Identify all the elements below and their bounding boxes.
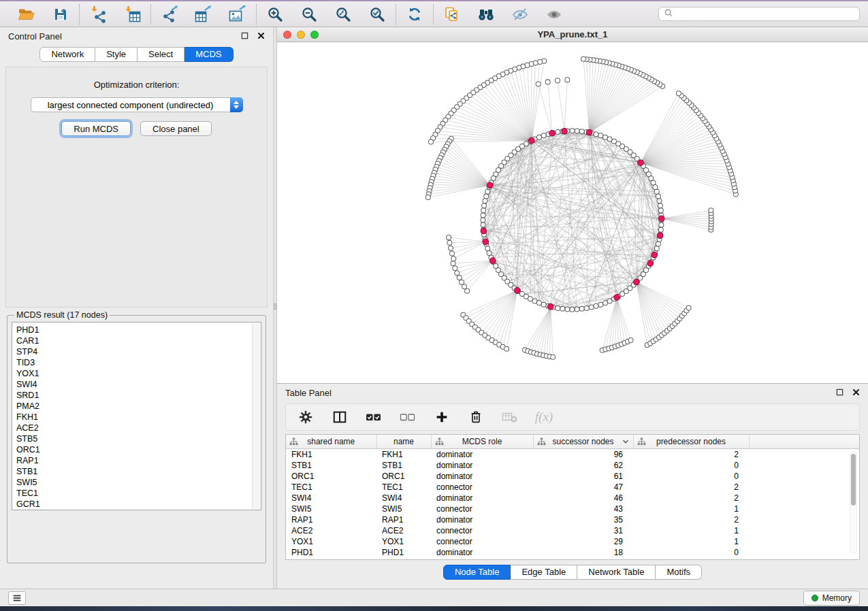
table-row[interactable]: TEC1TEC1connector472 xyxy=(286,482,859,493)
close-window-icon[interactable] xyxy=(283,31,291,39)
memory-button[interactable]: Memory xyxy=(803,591,860,606)
table-row[interactable]: FKH1FKH1dominator962 xyxy=(286,449,859,460)
function-builder-icon[interactable]: f(x) xyxy=(535,408,553,426)
network-graph[interactable] xyxy=(277,42,868,383)
cell-shared-name[interactable]: RAP1 xyxy=(286,514,376,525)
table-tab-motifs[interactable]: Motifs xyxy=(656,565,702,580)
mcds-result-item[interactable]: GCR1 xyxy=(12,499,261,510)
cell-name[interactable]: PHD1 xyxy=(376,547,431,558)
cell-mcds-role[interactable]: connector xyxy=(431,482,533,493)
cell-mcds-role[interactable]: dominator xyxy=(431,547,533,558)
new-network-from-selection-icon[interactable] xyxy=(442,5,462,24)
task-history-button[interactable] xyxy=(8,591,26,605)
cell-name[interactable]: ORC1 xyxy=(376,471,431,482)
import-table-icon[interactable] xyxy=(122,5,142,24)
table-row[interactable]: SWI4SWI4dominator462 xyxy=(286,493,859,503)
cell-successor-nodes[interactable]: 43 xyxy=(533,503,633,514)
tab-select[interactable]: Select xyxy=(138,47,184,62)
cell-predecessor-nodes[interactable]: 0 xyxy=(633,460,749,471)
cell-successor-nodes[interactable]: 29 xyxy=(533,536,633,547)
cell-name[interactable]: FKH1 xyxy=(376,449,431,460)
mcds-result-item[interactable]: SWI5 xyxy=(12,477,261,488)
float-panel-icon[interactable] xyxy=(241,31,248,42)
cell-predecessor-nodes[interactable]: 0 xyxy=(633,471,749,482)
cell-successor-nodes[interactable]: 96 xyxy=(533,449,633,460)
mcds-result-item[interactable]: CAR1 xyxy=(12,335,261,346)
cell-shared-name[interactable]: YOX1 xyxy=(286,536,376,547)
import-network-icon[interactable] xyxy=(88,5,108,24)
mcds-result-item[interactable]: ACE2 xyxy=(12,423,261,433)
minimize-window-icon[interactable] xyxy=(297,31,305,39)
cell-predecessor-nodes[interactable]: 1 xyxy=(633,525,749,536)
cell-mcds-role[interactable]: dominator xyxy=(431,493,533,503)
delete-column-icon[interactable] xyxy=(467,408,485,426)
search-field[interactable] xyxy=(658,7,860,21)
close-panel-icon[interactable] xyxy=(852,388,860,398)
table-row[interactable]: ACE2ACE2connector311 xyxy=(286,525,859,536)
mcds-result-item[interactable]: STP4 xyxy=(12,346,261,357)
cell-shared-name[interactable]: FKH1 xyxy=(286,449,376,460)
column-header-mcds-role[interactable]: MCDS role xyxy=(431,435,533,449)
export-table-icon[interactable] xyxy=(193,5,214,24)
cell-mcds-role[interactable]: dominator xyxy=(431,449,533,460)
open-file-icon[interactable] xyxy=(16,5,37,24)
run-mcds-button[interactable]: Run MCDS xyxy=(61,121,131,136)
table-row[interactable]: PHD1PHD1dominator180 xyxy=(286,547,859,558)
cell-successor-nodes[interactable]: 62 xyxy=(533,460,633,471)
cell-successor-nodes[interactable]: 18 xyxy=(533,547,633,558)
cell-predecessor-nodes[interactable]: 1 xyxy=(633,536,749,547)
delete-table-icon[interactable] xyxy=(501,408,519,426)
mcds-result-item[interactable]: PHD1 xyxy=(12,325,261,335)
column-header-predecessor-nodes[interactable]: predecessor nodes xyxy=(633,435,749,449)
cell-successor-nodes[interactable]: 46 xyxy=(533,493,633,503)
cell-shared-name[interactable]: PHD1 xyxy=(286,547,376,558)
mcds-result-item[interactable]: TID3 xyxy=(12,357,261,368)
optimization-criterion-select[interactable]: largest connected component (undirected) xyxy=(31,97,243,112)
cell-predecessor-nodes[interactable]: 1 xyxy=(633,503,749,514)
search-input[interactable] xyxy=(677,10,854,19)
cell-name[interactable]: SWI4 xyxy=(376,493,431,503)
cell-name[interactable]: TEC1 xyxy=(376,482,431,493)
cell-mcds-role[interactable]: connector xyxy=(431,525,533,536)
table-scrollbar[interactable] xyxy=(850,451,857,553)
cell-shared-name[interactable]: STB1 xyxy=(286,460,376,471)
table-row[interactable]: SWI5SWI5connector431 xyxy=(286,503,859,514)
mcds-result-item[interactable]: PMA2 xyxy=(12,401,261,412)
hide-selected-icon[interactable] xyxy=(510,5,530,24)
close-panel-button[interactable]: Close panel xyxy=(140,121,212,136)
float-panel-icon[interactable] xyxy=(836,388,843,398)
cell-shared-name[interactable]: ORC1 xyxy=(286,471,376,482)
table-tab-node-table[interactable]: Node Table xyxy=(443,565,511,580)
zoom-selected-icon[interactable] xyxy=(367,5,387,24)
column-header-successor-nodes[interactable]: successor nodes xyxy=(533,435,633,449)
cell-predecessor-nodes[interactable]: 2 xyxy=(633,449,749,460)
mcds-result-item[interactable]: FKH1 xyxy=(12,412,261,423)
show-all-icon[interactable] xyxy=(544,5,564,24)
cell-name[interactable]: YOX1 xyxy=(376,536,431,547)
deselect-all-rows-icon[interactable] xyxy=(399,408,417,426)
mcds-result-item[interactable]: TEC1 xyxy=(12,488,261,499)
tab-network[interactable]: Network xyxy=(39,47,95,62)
cell-shared-name[interactable]: SWI5 xyxy=(286,503,376,514)
cell-successor-nodes[interactable]: 35 xyxy=(533,514,633,525)
zoom-fit-icon[interactable] xyxy=(333,5,353,24)
save-session-icon[interactable] xyxy=(50,5,71,24)
mcds-result-item[interactable]: ORC1 xyxy=(12,444,261,455)
table-row[interactable]: RAP1RAP1dominator352 xyxy=(286,514,859,525)
splitter-handle-icon[interactable] xyxy=(274,303,276,310)
cell-name[interactable]: ACE2 xyxy=(376,525,431,536)
column-header-shared-name[interactable]: shared name xyxy=(286,435,376,449)
cell-successor-nodes[interactable]: 61 xyxy=(533,471,633,482)
scrollbar-thumb[interactable] xyxy=(851,454,856,506)
cell-predecessor-nodes[interactable]: 2 xyxy=(633,482,749,493)
split-view-icon[interactable] xyxy=(331,408,349,426)
cell-name[interactable]: STB1 xyxy=(376,460,431,471)
cell-mcds-role[interactable]: dominator xyxy=(431,471,533,482)
cell-shared-name[interactable]: TEC1 xyxy=(286,482,376,493)
tab-style[interactable]: Style xyxy=(95,47,138,62)
first-neighbors-icon[interactable] xyxy=(476,5,496,24)
cell-name[interactable]: SWI5 xyxy=(376,503,431,514)
mcds-result-list[interactable]: PHD1CAR1STP4TID3YOX1SWI4SRD1PMA2FKH1ACE2… xyxy=(12,322,261,510)
zoom-out-icon[interactable] xyxy=(299,5,319,24)
add-column-icon[interactable] xyxy=(433,408,451,426)
